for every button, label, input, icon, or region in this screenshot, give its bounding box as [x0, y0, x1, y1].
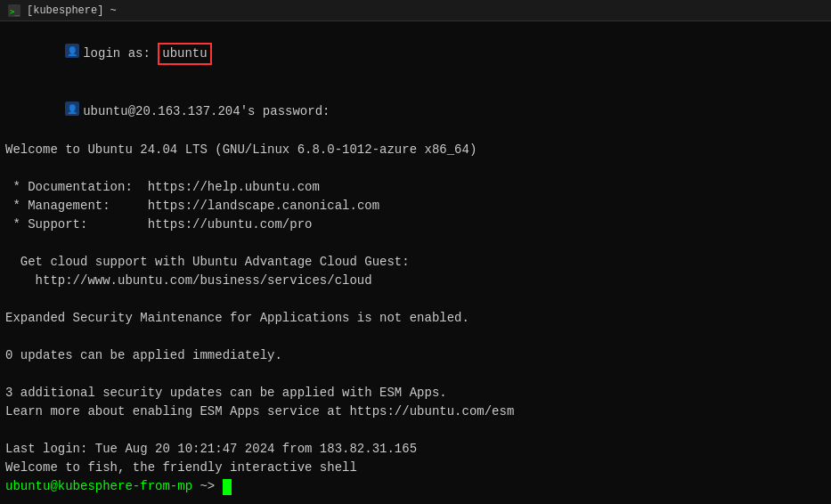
empty-line-3	[5, 290, 826, 309]
svg-text:👤: 👤	[67, 103, 78, 115]
mgmt-url: https://landscape.canonical.com	[148, 197, 379, 215]
cloud-line-2: http://www.ubuntu.com/business/services/…	[5, 272, 826, 290]
security-line-2: Learn more about enabling ESM Apps servi…	[5, 402, 826, 421]
terminal-icon: >_	[7, 4, 21, 18]
password-line: 👤 ubuntu@20.163.137.204's password:	[5, 83, 826, 141]
esm-text: Expanded Security Maintenance for Applic…	[5, 309, 469, 328]
empty-line-4	[5, 328, 826, 346]
prompt-suffix: ~>	[192, 477, 223, 496]
fish-welcome-line: Welcome to fish, the friendly interactiv…	[5, 459, 826, 477]
username-box: ubuntu	[158, 43, 211, 65]
cloud-text-2: http://www.ubuntu.com/business/services/…	[5, 272, 372, 290]
empty-line-6	[5, 421, 826, 440]
password-prompt: ubuntu@20.163.137.204's password:	[83, 102, 330, 121]
security-text-2: Learn more about enabling ESM Apps servi…	[5, 402, 514, 421]
svg-text:👤: 👤	[67, 45, 78, 57]
updates-text: 0 updates can be applied immediately.	[5, 346, 282, 365]
user-icon-1: 👤	[5, 25, 79, 83]
support-line: * Support: https://ubuntu.com/pro	[5, 215, 826, 234]
empty-line-1	[5, 159, 826, 178]
login-label: login as:	[83, 45, 158, 63]
empty-line-2	[5, 234, 826, 253]
empty-line-5	[5, 365, 826, 384]
doc-label: * Documentation:	[5, 178, 148, 197]
cursor	[223, 479, 232, 495]
terminal-content[interactable]: 👤 login as: ubuntu 👤 ubuntu@20.163.137.2…	[0, 21, 831, 500]
user-icon-2: 👤	[5, 83, 79, 141]
updates-line: 0 updates can be applied immediately.	[5, 346, 826, 365]
login-line: 👤 login as: ubuntu	[5, 25, 826, 83]
terminal-window: >_ [kubesphere] ~ 👤 login as: ubuntu 👤	[0, 0, 831, 504]
mgmt-label: * Management:	[5, 197, 148, 215]
cloud-line-1: Get cloud support with Ubuntu Advantage …	[5, 253, 826, 272]
welcome-line: Welcome to Ubuntu 24.04 LTS (GNU/Linux 6…	[5, 141, 826, 159]
security-line-1: 3 additional security updates can be app…	[5, 384, 826, 402]
prompt-line[interactable]: ubuntu@kubesphere-from-mp ~>	[5, 477, 826, 496]
fish-welcome-text: Welcome to fish, the friendly interactiv…	[5, 459, 357, 477]
doc-line: * Documentation: https://help.ubuntu.com	[5, 178, 826, 197]
last-login-line: Last login: Tue Aug 20 10:21:47 2024 fro…	[5, 440, 826, 459]
doc-url: https://help.ubuntu.com	[148, 178, 320, 197]
cloud-text-1: Get cloud support with Ubuntu Advantage …	[5, 253, 410, 272]
prompt-user: ubuntu@kubesphere-from-mp	[5, 477, 192, 496]
title-bar: >_ [kubesphere] ~	[0, 0, 831, 21]
welcome-text: Welcome to Ubuntu 24.04 LTS (GNU/Linux 6…	[5, 141, 477, 159]
mgmt-line: * Management: https://landscape.canonica…	[5, 197, 826, 215]
title-bar-text: [kubesphere] ~	[27, 4, 117, 17]
svg-text:>_: >_	[10, 7, 20, 16]
support-url: https://ubuntu.com/pro	[148, 215, 313, 234]
last-login-text: Last login: Tue Aug 20 10:21:47 2024 fro…	[5, 440, 417, 459]
security-text-1: 3 additional security updates can be app…	[5, 384, 447, 402]
esm-line: Expanded Security Maintenance for Applic…	[5, 309, 826, 328]
support-label: * Support:	[5, 215, 148, 234]
